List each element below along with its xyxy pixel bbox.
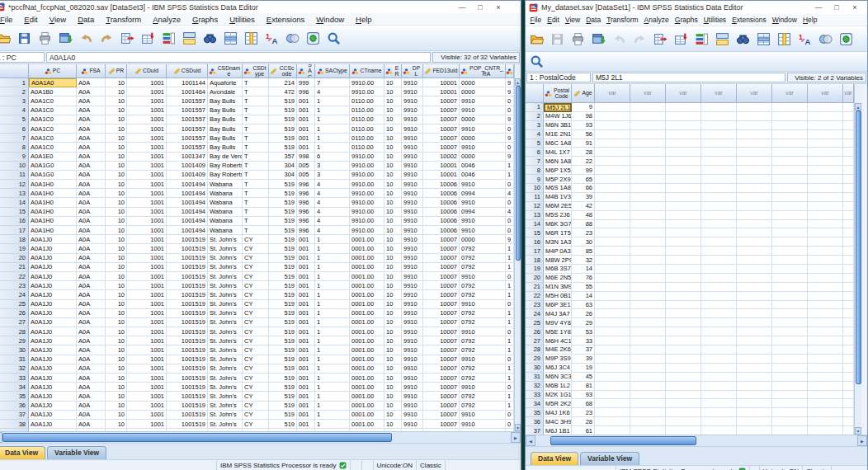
cell[interactable] xyxy=(701,309,737,318)
cell[interactable]: 1 xyxy=(315,290,350,299)
cell[interactable]: 001 xyxy=(297,318,315,327)
cell[interactable] xyxy=(595,237,630,247)
cell[interactable]: 001 xyxy=(297,355,315,364)
cell[interactable] xyxy=(630,309,666,318)
cell[interactable]: 10007 xyxy=(423,96,460,106)
cell[interactable]: 85 xyxy=(572,247,595,256)
cell[interactable] xyxy=(630,148,666,157)
cell[interactable]: 1 xyxy=(506,336,514,345)
cell[interactable] xyxy=(772,130,808,139)
cell[interactable]: 10 xyxy=(106,171,127,180)
horizontal-scroll-thumb[interactable] xyxy=(2,433,392,442)
value-labels-button[interactable]: 1A xyxy=(262,29,281,48)
cell[interactable]: CY xyxy=(243,281,269,290)
cell[interactable]: 10 xyxy=(384,272,402,281)
cell[interactable]: 9 xyxy=(506,78,514,87)
cell[interactable]: 996 xyxy=(297,198,315,207)
cell[interactable] xyxy=(808,112,843,121)
cell[interactable]: 001 xyxy=(297,244,315,253)
cell[interactable]: A0A1C0 xyxy=(29,106,77,115)
row-number[interactable]: 37 xyxy=(526,426,544,435)
cell[interactable]: 1 xyxy=(315,392,350,401)
cell[interactable]: 1001 xyxy=(127,336,167,345)
print-button[interactable] xyxy=(568,30,587,49)
cell[interactable]: Wabana xyxy=(208,208,243,217)
cell[interactable]: 9910.00 xyxy=(350,153,384,162)
cell[interactable]: 10007 xyxy=(423,383,460,392)
cell[interactable] xyxy=(595,364,630,373)
cell[interactable] xyxy=(701,157,737,166)
row-number[interactable]: 18 xyxy=(526,256,544,265)
cell[interactable]: St. John's xyxy=(208,392,243,401)
cell[interactable] xyxy=(630,211,666,220)
cell[interactable]: 1001494 xyxy=(167,217,208,226)
cell[interactable] xyxy=(772,399,808,408)
cell[interactable]: 1001519 xyxy=(167,345,208,355)
cell[interactable] xyxy=(630,202,666,211)
cell[interactable] xyxy=(808,399,843,408)
cell[interactable]: 9 xyxy=(506,115,514,125)
cell[interactable]: CY xyxy=(243,402,269,411)
cell[interactable] xyxy=(701,193,737,202)
cell[interactable]: 1001464 xyxy=(167,87,208,96)
cell[interactable] xyxy=(701,175,737,184)
cell[interactable]: 10 xyxy=(384,383,402,392)
cell[interactable] xyxy=(630,292,666,301)
menu-analyze[interactable]: Analyze xyxy=(147,15,186,24)
row-number[interactable]: 26 xyxy=(526,327,544,336)
column-header-pop_cntr_ra[interactable]: POP_CNTR_RA xyxy=(460,64,506,78)
cell[interactable]: 10 xyxy=(384,364,402,374)
scroll-left-arrow[interactable]: ◀ xyxy=(526,435,535,446)
cell[interactable]: Bay Bulls xyxy=(208,96,243,106)
row-number[interactable]: 32 xyxy=(0,364,29,374)
cell[interactable]: 1001519 xyxy=(167,402,208,411)
row-number[interactable]: 34 xyxy=(0,383,29,392)
cell[interactable]: A0A xyxy=(77,180,106,189)
cell[interactable]: 996 xyxy=(297,189,315,198)
cell[interactable]: 001 xyxy=(297,134,315,143)
cell[interactable] xyxy=(737,426,772,435)
cell[interactable]: 9910 xyxy=(402,106,423,115)
cell[interactable] xyxy=(737,327,772,336)
cell[interactable] xyxy=(843,265,854,274)
cell[interactable] xyxy=(701,202,737,211)
row-number[interactable]: 25 xyxy=(526,318,544,327)
column-header-var[interactable]: var xyxy=(808,84,843,103)
cell[interactable]: 10007 xyxy=(423,134,460,143)
cell[interactable]: CY xyxy=(243,411,269,420)
cell[interactable]: 10007 xyxy=(423,318,460,327)
save-button[interactable] xyxy=(547,30,567,49)
cell[interactable]: A0A1J0 xyxy=(29,402,77,411)
cell[interactable] xyxy=(808,355,843,364)
cell[interactable] xyxy=(737,139,772,148)
cell[interactable]: Bay Bulls xyxy=(208,143,243,152)
cell[interactable]: 1001 xyxy=(127,309,167,318)
cell[interactable]: 39 xyxy=(572,355,595,364)
column-header-ccscode[interactable]: CCScode xyxy=(269,64,297,78)
cell[interactable] xyxy=(701,408,737,417)
cell[interactable]: 0792 xyxy=(460,244,506,253)
cell[interactable]: A0A xyxy=(77,420,106,429)
cell[interactable]: A0A1J0 xyxy=(29,411,77,420)
cell[interactable]: CY xyxy=(243,383,269,392)
cell[interactable]: M6P 1X5 xyxy=(544,166,572,175)
column-header-csdname[interactable]: CSDname xyxy=(208,64,243,78)
cell[interactable] xyxy=(843,130,854,139)
cell[interactable]: 9910 xyxy=(460,143,506,152)
cell[interactable]: 23 xyxy=(572,408,595,417)
cell[interactable]: 10 xyxy=(106,355,127,364)
row-number[interactable]: 25 xyxy=(0,300,29,309)
cell[interactable]: A0A xyxy=(77,217,106,226)
cell[interactable] xyxy=(737,382,772,391)
cell[interactable]: 63 xyxy=(572,301,595,310)
cell[interactable]: 1001 xyxy=(127,235,167,244)
cell[interactable]: 10 xyxy=(106,189,127,198)
cell[interactable]: 0 xyxy=(506,106,514,115)
cell[interactable]: 1001519 xyxy=(167,263,208,272)
cell[interactable]: T xyxy=(243,198,269,207)
goto-case-button[interactable] xyxy=(117,29,137,48)
cell[interactable]: 10 xyxy=(384,420,402,429)
cell[interactable]: M6C 1A8 xyxy=(544,139,572,148)
cell[interactable]: St. John's xyxy=(208,290,243,299)
cell[interactable] xyxy=(737,130,772,139)
